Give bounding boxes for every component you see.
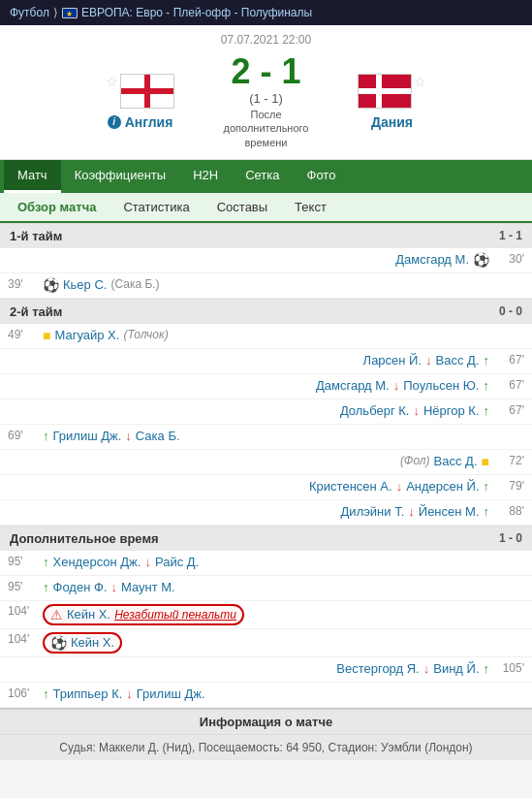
home-flag: [120, 74, 174, 109]
event-row: Кристенсен А. ↓ Андерсен Й. ↑ 79': [0, 475, 532, 500]
event-player[interactable]: Васс Д.: [436, 353, 480, 367]
event-minute: 30': [493, 252, 524, 266]
event-row: Дамсгард М. ⚽ 30': [0, 248, 532, 273]
breadcrumb-competition[interactable]: ЕВРОПА: Евро - Плей-офф - Полуфиналы: [81, 6, 312, 19]
event-player[interactable]: Сака Б.: [136, 429, 180, 443]
event-row-kane-penalty: 104' ⚠ Кейн Х. Незабитый пенальти: [0, 601, 532, 629]
event-player[interactable]: Магуайр Х.: [54, 328, 119, 342]
primary-tabs: Матч Коэффициенты H2H Сетка Фото: [0, 160, 532, 193]
event-player[interactable]: Дамсгард М.: [395, 252, 469, 267]
tab-match[interactable]: Матч: [4, 160, 61, 193]
event-player[interactable]: Кьер С.: [63, 277, 107, 292]
score-ht: (1 - 1): [249, 91, 283, 106]
event-player[interactable]: Кейн Х.: [67, 607, 110, 622]
away-star-icon[interactable]: ☆: [414, 74, 426, 89]
event-minute: 39': [8, 277, 39, 291]
sub-up-icon: ↑: [43, 429, 49, 443]
sub-up-icon: ↑: [43, 555, 49, 569]
tab-odds[interactable]: Коэффициенты: [61, 160, 180, 193]
event-player[interactable]: Дольберг К.: [340, 403, 410, 418]
event-player[interactable]: Кристенсен А.: [309, 479, 392, 494]
event-minute: 67': [493, 403, 524, 417]
period-extra-label: Дополнительное время: [10, 531, 159, 546]
event-minute: 95': [8, 555, 39, 568]
sub-down-icon: ↓: [393, 378, 400, 393]
event-player[interactable]: Андерсен Й.: [406, 479, 479, 494]
event-minute: 67': [493, 353, 524, 367]
event-minute: 72': [493, 454, 524, 467]
event-player[interactable]: Вестергорд Я.: [336, 661, 419, 676]
event-player[interactable]: Райс Д.: [155, 555, 199, 569]
event-foul: (Фол): [400, 454, 430, 467]
tab-bracket[interactable]: Сетка: [232, 160, 293, 193]
event-assist: (Сака Б.): [110, 277, 159, 291]
sub-up-icon: ↑: [484, 479, 490, 494]
sub-down-icon: ↓: [423, 661, 430, 676]
tab-photo[interactable]: Фото: [294, 160, 350, 193]
event-foul: (Толчок): [123, 328, 168, 341]
away-team-name[interactable]: Дания: [371, 114, 413, 130]
home-team-name[interactable]: i Англия: [108, 114, 173, 130]
sub-down-icon: ↓: [396, 479, 403, 494]
event-player[interactable]: Ларсен Й.: [363, 353, 422, 367]
event-row: 69' ↑ Грилиш Дж. ↓ Сака Б.: [0, 425, 532, 450]
sub-up-icon: ↑: [484, 504, 490, 519]
event-player[interactable]: Винд Й.: [433, 661, 479, 676]
tab-lineups[interactable]: Составы: [203, 193, 281, 221]
event-row: Ларсен Й. ↓ Васс Д. ↑ 67': [0, 349, 532, 374]
event-row: 95' ↑ Фоден Ф. ↓ Маунт М.: [0, 576, 532, 601]
period-second-label: 2-й тайм: [10, 304, 62, 319]
breadcrumb-sport[interactable]: Футбол: [10, 6, 49, 19]
event-player[interactable]: Йенсен М.: [419, 504, 480, 519]
event-player[interactable]: Васс Д.: [434, 454, 478, 468]
event-row: Дольберг К. ↓ Нёргор К. ↑ 67': [0, 399, 532, 425]
period-second-score: 0 - 0: [499, 304, 522, 318]
yellow-icon: ■: [43, 328, 50, 343]
info-footer-text: Судья: Маккели Д. (Нид), Посещаемость: 6…: [0, 734, 532, 760]
sub-up-icon: ↑: [484, 378, 490, 393]
event-minute: 88': [493, 504, 524, 518]
event-minute: 67': [493, 378, 524, 392]
tab-h2h[interactable]: H2H: [179, 160, 232, 193]
home-star-icon[interactable]: ☆: [106, 74, 118, 89]
secondary-tabs: Обзор матча Статистика Составы Текст: [0, 193, 532, 223]
event-row: Вестергорд Я. ↓ Винд Й. ↑ 105': [0, 657, 532, 683]
event-player[interactable]: Грилиш Дж.: [137, 686, 205, 701]
sub-down-icon: ↓: [144, 555, 151, 569]
sub-down-icon: ↓: [408, 504, 415, 519]
event-row: Дилэйни Т. ↓ Йенсен М. ↑ 88': [0, 500, 532, 526]
tab-text[interactable]: Текст: [281, 193, 340, 221]
home-info-icon[interactable]: i: [108, 115, 121, 129]
breadcrumb-flag-euro: ★: [62, 8, 78, 18]
match-content: 1-й тайм 1 - 1 Дамсгард М. ⚽ 30' 39' ⚽ К…: [0, 223, 532, 760]
event-minute: 49': [8, 328, 39, 341]
event-player[interactable]: Дилэйни Т.: [341, 504, 405, 519]
event-minute: 104': [8, 632, 39, 646]
tab-stats[interactable]: Статистика: [110, 193, 203, 221]
event-row: (Фол) Васс Д. ■ 72': [0, 450, 532, 475]
event-player[interactable]: Дамсгард М.: [316, 378, 390, 393]
info-footer-header: Информация о матче: [0, 708, 532, 734]
event-player[interactable]: Грилиш Дж.: [53, 429, 122, 443]
event-row: 49' ■ Магуайр Х. (Толчок): [0, 324, 532, 349]
sub-down-icon: ↓: [125, 429, 132, 443]
sub-up-icon: ↑: [43, 686, 49, 701]
soccer-icon: ⚽: [473, 252, 489, 268]
event-player[interactable]: Маунт М.: [121, 580, 175, 594]
home-team: ☆ i Англия: [73, 74, 208, 130]
sub-down-icon: ↓: [413, 403, 420, 418]
soccer-icon: ⚽: [50, 635, 67, 651]
tab-overview[interactable]: Обзор матча: [4, 193, 110, 223]
event-player[interactable]: Поульсен Ю.: [403, 378, 479, 393]
event-player[interactable]: Триппьер К.: [53, 686, 123, 701]
sub-down-icon: ↓: [425, 353, 432, 367]
event-player[interactable]: Нёргор К.: [423, 403, 480, 418]
period-first-score: 1 - 1: [499, 229, 522, 242]
event-player[interactable]: Хендерсон Дж.: [53, 555, 141, 569]
event-player[interactable]: Кейн Х.: [71, 635, 114, 650]
event-minute: 105': [493, 661, 524, 675]
sub-down-icon: ↓: [126, 686, 133, 701]
event-minute: 69': [8, 429, 39, 442]
sub-up-icon: ↑: [484, 403, 490, 418]
event-player[interactable]: Фоден Ф.: [53, 580, 108, 594]
